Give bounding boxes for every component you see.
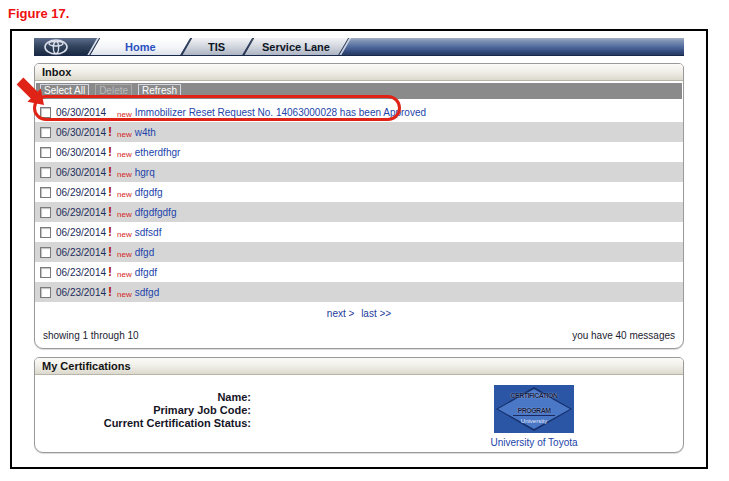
message-subject-link[interactable]: dfgd (135, 247, 154, 258)
message-subject-link[interactable]: Immobilizer Reset Request No. 1406300002… (135, 107, 426, 118)
urgent-icon: ! (108, 227, 112, 237)
new-badge: new (117, 210, 132, 219)
message-date: 06/29/2014 (56, 187, 106, 198)
refresh-button[interactable]: Refresh (138, 84, 181, 98)
showing-text: showing 1 through 10 (43, 330, 139, 341)
message-checkbox[interactable] (40, 247, 51, 258)
message-checkbox[interactable] (40, 187, 51, 198)
new-badge: new (117, 270, 132, 279)
new-badge: new (117, 290, 132, 299)
message-subject-link[interactable]: w4th (135, 127, 156, 138)
message-row: 06/29/2014 ! new sdfsdf (35, 222, 683, 242)
list-footer: showing 1 through 10 you have 40 message… (35, 324, 683, 341)
badge-text: CERTIFICATION PROGRAM University of Toyo… (494, 392, 574, 433)
message-subject-link[interactable]: hgrq (135, 167, 155, 178)
tab-home[interactable]: Home (89, 38, 191, 56)
inbox-panel: Inbox Select All Delete Refresh 06/30/20… (34, 63, 684, 349)
delete-button[interactable]: Delete (95, 84, 132, 98)
message-row: 06/30/2014 ! new w4th (35, 122, 683, 142)
new-badge: new (117, 150, 132, 159)
urgent-icon: ! (108, 287, 112, 297)
message-date: 06/23/2014 (56, 247, 106, 258)
urgent-icon: ! (108, 247, 112, 257)
urgent-icon: ! (108, 267, 112, 277)
message-checkbox[interactable] (40, 167, 51, 178)
message-checkbox[interactable] (40, 127, 51, 138)
message-subject-link[interactable]: sdfsdf (135, 227, 162, 238)
urgent-icon: ! (108, 127, 112, 137)
message-date: 06/30/2014 (56, 167, 106, 178)
message-checkbox[interactable] (40, 287, 51, 298)
message-date: 06/30/2014 (56, 127, 106, 138)
new-badge: new (117, 230, 132, 239)
message-date: 06/29/2014 (56, 207, 106, 218)
urgent-icon: ! (108, 147, 112, 157)
new-badge: new (117, 130, 132, 139)
figure-label: Figure 17. (8, 6, 69, 21)
message-row: 06/23/2014 ! new sdfgd (35, 282, 683, 302)
message-checkbox[interactable] (40, 147, 51, 158)
certifications-header: My Certifications (35, 358, 683, 375)
message-count-text: you have 40 messages (572, 330, 675, 341)
message-row: 06/29/2014 ! new dfgdfg (35, 182, 683, 202)
next-link[interactable]: next > (327, 308, 355, 319)
inbox-toolbar: Select All Delete Refresh (36, 83, 682, 99)
message-date: 06/23/2014 (56, 267, 106, 278)
select-all-button[interactable]: Select All (40, 84, 89, 98)
badge-line1: CERTIFICATION (494, 392, 574, 399)
message-subject-link[interactable]: sdfgd (135, 287, 159, 298)
new-badge: new (117, 170, 132, 179)
message-subject-link[interactable]: dfgdf (135, 267, 157, 278)
tab-home-label: Home (125, 41, 156, 53)
message-date: 06/30/2014 (56, 147, 106, 158)
cert-label: Name: (35, 391, 251, 404)
message-checkbox[interactable] (40, 207, 51, 218)
cert-labels: Name:Primary Job Code:Current Certificat… (35, 391, 251, 430)
cert-label: Current Certification Status: (35, 417, 251, 430)
message-row: 06/30/2014 ! new hgrq (35, 162, 683, 182)
ui-screenshot: Home TIS Service Lane Inbox Select All D… (34, 38, 684, 453)
message-subject-link[interactable]: dfgdfg (135, 187, 163, 198)
tab-tis[interactable]: TIS (181, 38, 253, 56)
urgent-icon: ! (108, 187, 112, 197)
certification-program-badge: CERTIFICATION PROGRAM University of Toyo… (494, 385, 574, 433)
message-row: 06/30/2014 ! new Immobilizer Reset Reque… (35, 102, 683, 122)
message-row: 06/29/2014 ! new dfgdfgdfg (35, 202, 683, 222)
certifications-panel: My Certifications Name:Primary Job Code:… (34, 357, 684, 453)
last-link[interactable]: last >> (361, 308, 391, 319)
tab-service-lane[interactable]: Service Lane (243, 38, 349, 56)
cert-label: Primary Job Code: (35, 404, 251, 417)
message-row: 06/23/2014 ! new dfgd (35, 242, 683, 262)
badge-line2: PROGRAM (513, 407, 554, 416)
pagination: next > last >> (35, 302, 683, 324)
message-date: 06/23/2014 (56, 287, 106, 298)
urgent-icon: ! (108, 207, 112, 217)
toyota-emblem-icon (43, 39, 69, 55)
tab-service-lane-label: Service Lane (262, 41, 330, 53)
message-row: 06/23/2014 ! new dfgdf (35, 262, 683, 282)
message-list: 06/30/2014 ! new Immobilizer Reset Reque… (35, 102, 683, 302)
message-row: 06/30/2014 ! new etherdfhgr (35, 142, 683, 162)
urgent-icon: ! (108, 167, 112, 177)
message-date: 06/29/2014 (56, 227, 106, 238)
message-checkbox[interactable] (40, 107, 51, 118)
message-checkbox[interactable] (40, 267, 51, 278)
message-date: 06/30/2014 (56, 107, 106, 118)
tab-tis-label: TIS (208, 41, 225, 53)
new-badge: new (117, 110, 132, 119)
new-badge: new (117, 190, 132, 199)
inbox-header: Inbox (35, 64, 683, 81)
figure-box: Home TIS Service Lane Inbox Select All D… (10, 29, 708, 469)
message-subject-link[interactable]: dfgdfgdfg (135, 207, 177, 218)
tab-bar: Home TIS Service Lane (34, 38, 684, 56)
new-badge: new (117, 250, 132, 259)
university-of-toyota-link[interactable]: University of Toyota (464, 437, 604, 448)
message-checkbox[interactable] (40, 227, 51, 238)
message-subject-link[interactable]: etherdfhgr (135, 147, 181, 158)
